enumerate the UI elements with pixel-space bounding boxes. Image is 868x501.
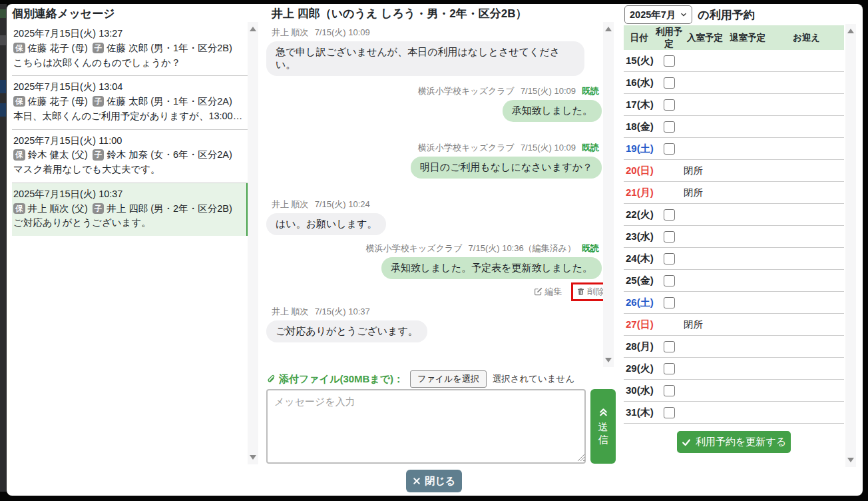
date-label: 20(日): [624, 165, 654, 177]
message-time: 7/15(火) 10:37: [315, 306, 370, 316]
message-time: 7/15(火) 10:09: [521, 86, 576, 96]
reservation-row: 19(土): [624, 138, 844, 160]
reservation-row: 29(火): [624, 358, 844, 380]
closed-label: 閉所: [684, 318, 703, 331]
reservation-row: 24(木): [624, 248, 844, 270]
usage-cell: [654, 231, 684, 243]
date-label: 23(水): [624, 231, 654, 243]
scroll-up-arrow-icon[interactable]: [250, 27, 256, 31]
message-bubble: 明日のご利用もなしになさいますか？: [411, 157, 602, 179]
message-list-item[interactable]: 2025年7月15日(火) 11:00 保鈴木 健太 (父)子鈴木 加奈 (女・…: [12, 130, 249, 183]
chat-message: 横浜小学校キッズクラブ7/15(火) 10:36（編集済み）既読 承知致しました…: [266, 243, 602, 301]
send-button[interactable]: 送信: [590, 389, 616, 464]
message-bubble: 急で申し訳ございませんが、本日の利用はなしとさせてください。: [266, 41, 584, 76]
reservation-row: 18(金): [624, 116, 844, 138]
date-label: 19(土): [624, 143, 654, 155]
reservation-row: 26(土): [624, 292, 844, 314]
usage-checkbox[interactable]: [664, 363, 675, 374]
usage-checkbox[interactable]: [664, 297, 675, 308]
message-input[interactable]: [266, 389, 586, 464]
usage-checkbox[interactable]: [664, 231, 675, 243]
scroll-up-arrow-icon[interactable]: [605, 27, 612, 31]
edit-label: 編集: [544, 286, 562, 296]
usage-checkbox[interactable]: [664, 99, 675, 111]
message-list-scrollbar[interactable]: [248, 22, 258, 464]
message-meta: 井上 順次7/15(火) 10:37: [272, 306, 599, 318]
reservation-row: 21(月) 閉所: [624, 182, 844, 204]
reservation-scrollbar[interactable]: [845, 24, 856, 467]
usage-checkbox[interactable]: [664, 55, 675, 67]
date-label: 25(金): [624, 274, 654, 287]
usage-checkbox[interactable]: [664, 77, 675, 89]
reservation-row: 23(水): [624, 226, 844, 248]
usage-checkbox[interactable]: [664, 275, 675, 286]
message-list-item[interactable]: 2025年7月15日(火) 13:27 保佐藤 花子 (母)子佐藤 次郎 (男・…: [12, 23, 249, 76]
reservation-table: 日付 利用予定 入室予定 退室予定 お迎え 15(火) 16(水): [624, 25, 844, 424]
usage-checkbox[interactable]: [664, 385, 675, 396]
reservation-row: 31(木): [624, 402, 844, 424]
delete-label: 削除: [587, 286, 604, 296]
chat-message: 横浜小学校キッズクラブ7/15(火) 10:09既読 明日のご利用もなしになさい…: [266, 142, 602, 179]
message-participants: 保佐藤 花子 (母)子佐藤 太郎 (男・1年・区分2A): [13, 95, 244, 109]
paperclip-icon: [266, 374, 276, 384]
usage-cell: [654, 384, 684, 397]
message-dialog: 個別連絡メッセージ 2025年7月15日(火) 13:27 保佐藤 花子 (母)…: [7, 4, 863, 496]
scroll-down-arrow-icon[interactable]: [605, 358, 612, 362]
close-button[interactable]: 閉じる: [406, 470, 462, 492]
message-datetime: 2025年7月15日(火) 13:04: [13, 80, 244, 95]
message-list-item[interactable]: 2025年7月15日(火) 10:37 保井上 順次 (父)子井上 四郎 (男・…: [12, 183, 249, 236]
read-status: 既読: [582, 243, 599, 253]
reservation-row: 30(水): [624, 380, 844, 402]
message-time: 7/15(火) 10:24: [315, 199, 370, 209]
message-meta: 横浜小学校キッズクラブ7/15(火) 10:36（編集済み）既読: [272, 243, 599, 254]
sender-name: 井上 順次: [272, 306, 309, 316]
usage-checkbox[interactable]: [664, 341, 675, 352]
read-status: 既読: [582, 86, 599, 96]
guardian-badge: 保: [13, 96, 25, 107]
message-bubble: ご対応ありがとうございます。: [266, 320, 427, 342]
attachment-label: 添付ファイル(30MBまで)：: [266, 373, 403, 386]
sender-name: 横浜小学校キッズクラブ: [418, 86, 515, 96]
message-preview: ご対応ありがとうございます。: [13, 216, 244, 231]
usage-checkbox[interactable]: [664, 253, 675, 264]
no-file-selected-text: 選択されていません: [493, 373, 575, 385]
reservation-row: 17(木): [624, 94, 844, 116]
edit-message-button[interactable]: 編集: [534, 286, 562, 296]
usage-checkbox[interactable]: [664, 407, 675, 418]
guardian-badge: 保: [13, 149, 25, 160]
message-time: 7/15(火) 10:36（編集済み）: [469, 243, 576, 253]
usage-checkbox[interactable]: [664, 143, 675, 155]
usage-cell: [654, 340, 684, 353]
chat-scrollbar[interactable]: [603, 22, 614, 367]
usage-cell: [654, 99, 684, 111]
usage-checkbox[interactable]: [664, 209, 675, 221]
chat-message: 井上 順次7/15(火) 10:09 急で申し訳ございませんが、本日の利用はなし…: [266, 27, 602, 76]
double-chevron-up-icon: [598, 407, 608, 417]
choose-file-button[interactable]: ファイルを選択: [410, 370, 487, 388]
message-preview: マスク着用なしでも大丈夫です。: [13, 163, 244, 177]
sender-name: 横浜小学校キッズクラブ: [366, 243, 463, 253]
column-header: 利用予定: [654, 26, 684, 50]
message-list-item[interactable]: 2025年7月15日(火) 13:04 保佐藤 花子 (母)子佐藤 太郎 (男・…: [12, 76, 249, 129]
reservation-row: 16(水): [624, 72, 844, 94]
scroll-down-arrow-icon[interactable]: [847, 458, 854, 462]
message-preview: 本日、太郎くんのご利用予定がありますが、13:00…: [13, 109, 244, 124]
column-header: 退室予定: [726, 32, 769, 44]
usage-checkbox[interactable]: [664, 121, 675, 133]
scroll-down-arrow-icon[interactable]: [250, 455, 256, 460]
usage-cell: [654, 55, 684, 67]
reservation-row: 15(火): [624, 50, 844, 72]
child-name: 佐藤 次郎 (男・1年・区分2B): [107, 43, 232, 53]
message-meta: 井上 順次7/15(火) 10:09: [272, 27, 599, 39]
column-header: お迎え: [769, 32, 844, 44]
guardian-name: 佐藤 花子 (母): [28, 96, 88, 107]
update-reservation-button[interactable]: 利用予約を更新する: [677, 431, 791, 453]
date-label: 30(水): [624, 384, 654, 397]
usage-cell: [654, 121, 684, 133]
chat-message: 井上 順次7/15(火) 10:24 はい。お願いします。: [266, 199, 602, 235]
child-badge: 子: [93, 203, 105, 214]
month-select[interactable]: 2025年7月: [624, 5, 692, 24]
scroll-up-arrow-icon[interactable]: [847, 29, 854, 33]
reservation-header: 2025年7月 の利用予約: [624, 5, 755, 24]
sender-name: 横浜小学校キッズクラブ: [418, 143, 515, 153]
